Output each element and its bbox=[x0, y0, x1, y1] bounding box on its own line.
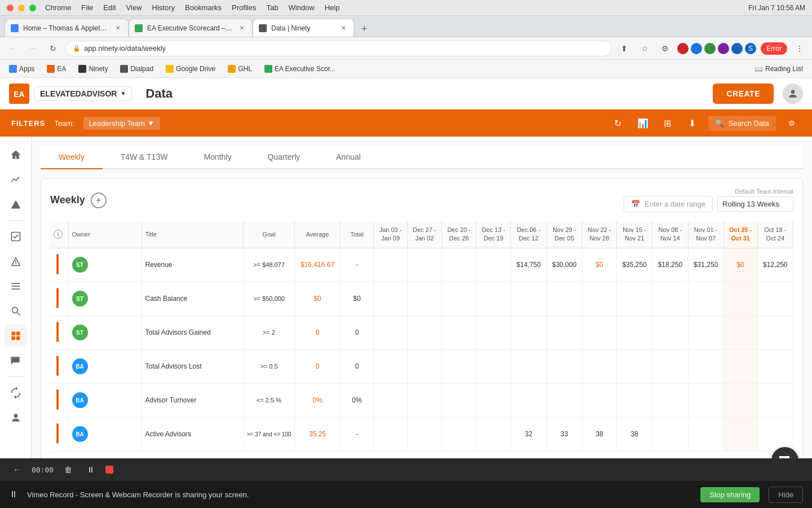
sidebar-item-issues[interactable] bbox=[5, 250, 27, 273]
nov01-cell-gained[interactable] bbox=[688, 316, 723, 349]
create-button[interactable]: CREATE bbox=[713, 84, 774, 104]
sidebar-item-todos[interactable] bbox=[5, 225, 27, 248]
tab-quarterly[interactable]: Quarterly bbox=[249, 146, 318, 169]
more-options-icon[interactable]: ⋮ bbox=[792, 41, 807, 56]
pause-button[interactable]: ⏸ bbox=[83, 462, 99, 478]
dec20-cell-revenue[interactable] bbox=[442, 248, 476, 282]
date-range-input[interactable]: 📅 Enter a date range bbox=[624, 196, 713, 212]
tab-t4w[interactable]: T4W & T13W bbox=[103, 146, 186, 169]
tab-annual[interactable]: Annual bbox=[318, 146, 379, 169]
nov01-cell-lost[interactable] bbox=[688, 349, 723, 383]
nov22-cell-lost[interactable] bbox=[582, 349, 616, 383]
dec20-cell-gained[interactable] bbox=[442, 316, 476, 349]
refresh-icon[interactable]: ↻ bbox=[609, 114, 627, 132]
dec13-cell-revenue[interactable] bbox=[476, 248, 511, 282]
oct18-cell-revenue[interactable]: $12,250 bbox=[757, 248, 793, 282]
jan03-cell-active[interactable] bbox=[374, 417, 407, 451]
oct25-cell-turnover[interactable] bbox=[723, 383, 757, 417]
share-icon[interactable]: ⬆ bbox=[616, 41, 632, 56]
nov15-cell-cash[interactable] bbox=[617, 282, 652, 316]
nov08-cell-active[interactable] bbox=[652, 417, 688, 451]
menu-profiles[interactable]: Profiles bbox=[232, 3, 256, 12]
search-data[interactable]: 🔍 Search Data bbox=[708, 116, 776, 131]
oct25-cell-lost[interactable] bbox=[723, 349, 757, 383]
oct25-cell-active[interactable] bbox=[723, 417, 757, 451]
oct18-cell-turnover[interactable] bbox=[757, 383, 793, 417]
title-cell-active[interactable]: Active Advisors bbox=[142, 417, 243, 451]
expand-button[interactable]: ← bbox=[9, 462, 25, 478]
dec06-cell-cash[interactable] bbox=[511, 282, 546, 316]
title-cell-revenue[interactable]: Revenue bbox=[142, 248, 243, 282]
dec06-cell-gained[interactable] bbox=[511, 316, 546, 349]
jan03-cell-revenue[interactable] bbox=[374, 248, 407, 282]
sidebar-item-person[interactable] bbox=[5, 406, 27, 429]
sidebar-item-chat[interactable] bbox=[5, 349, 27, 372]
nov29-cell-lost[interactable] bbox=[546, 349, 582, 383]
stop-recording-button[interactable] bbox=[105, 466, 113, 474]
nov01-cell-revenue[interactable]: $31,250 bbox=[688, 248, 723, 282]
title-cell-cash[interactable]: Cash Balance bbox=[142, 282, 243, 316]
nov29-cell-active[interactable]: 33 bbox=[546, 417, 582, 451]
sidebar-item-home[interactable] bbox=[5, 143, 27, 166]
ext-icon-5[interactable] bbox=[731, 43, 743, 54]
ext-icon-4[interactable] bbox=[718, 43, 729, 54]
bm-apps[interactable]: Apps bbox=[5, 64, 39, 74]
tab-monthly[interactable]: Monthly bbox=[186, 146, 249, 169]
org-selector[interactable]: ELEVATEDADVISOR ▼ bbox=[34, 86, 132, 101]
dec27-cell-active[interactable] bbox=[407, 417, 442, 451]
nov29-cell-turnover[interactable] bbox=[546, 383, 582, 417]
profile-button[interactable] bbox=[783, 84, 803, 104]
oct18-cell-active[interactable] bbox=[757, 417, 793, 451]
nov22-cell-turnover[interactable] bbox=[582, 383, 616, 417]
nov08-cell-revenue[interactable]: $18,250 bbox=[652, 248, 688, 282]
sidebar-item-refresh[interactable] bbox=[5, 382, 27, 404]
sidebar-item-data[interactable] bbox=[5, 325, 27, 347]
bm-dialpad[interactable]: Dialpad bbox=[116, 64, 158, 74]
settings-icon[interactable]: ⚙ bbox=[783, 114, 801, 132]
extensions-icon[interactable]: ⚙ bbox=[657, 41, 673, 56]
reload-button[interactable]: ↻ bbox=[45, 41, 61, 56]
close-button[interactable] bbox=[7, 5, 14, 11]
new-tab-button[interactable]: + bbox=[356, 21, 372, 37]
error-button[interactable]: Error bbox=[761, 42, 787, 55]
chart-icon[interactable]: 📊 bbox=[634, 114, 652, 132]
oct18-cell-gained[interactable] bbox=[757, 316, 793, 349]
nov01-cell-cash[interactable] bbox=[688, 282, 723, 316]
dec20-cell-lost[interactable] bbox=[442, 349, 476, 383]
dec13-cell-cash[interactable] bbox=[476, 282, 511, 316]
dec27-cell-lost[interactable] bbox=[407, 349, 442, 383]
jan03-cell-cash[interactable] bbox=[374, 282, 407, 316]
nov15-cell-active[interactable]: 38 bbox=[617, 417, 652, 451]
bookmark-icon[interactable]: ☆ bbox=[637, 41, 652, 56]
delete-recording-button[interactable]: 🗑 bbox=[60, 462, 76, 478]
bm-ninety[interactable]: Ninety bbox=[74, 64, 112, 74]
hide-button[interactable]: Hide bbox=[769, 487, 803, 503]
dec06-cell-turnover[interactable] bbox=[511, 383, 546, 417]
dec06-cell-lost[interactable] bbox=[511, 349, 546, 383]
nov22-cell-revenue[interactable]: $0 bbox=[582, 248, 616, 282]
bm-eascorecard[interactable]: EA Executive Scor... bbox=[260, 64, 340, 74]
dec27-cell-turnover[interactable] bbox=[407, 383, 442, 417]
oct25-cell-gained[interactable] bbox=[723, 316, 757, 349]
dec13-cell-lost[interactable] bbox=[476, 349, 511, 383]
nov29-cell-gained[interactable] bbox=[546, 316, 582, 349]
nov01-cell-turnover[interactable] bbox=[688, 383, 723, 417]
team-selector[interactable]: Leadership Team ▼ bbox=[83, 117, 160, 130]
forward-button[interactable]: → bbox=[25, 41, 41, 56]
info-icon[interactable]: i bbox=[54, 230, 63, 239]
reading-list-button[interactable]: 📖 Reading List bbox=[750, 64, 807, 74]
nov08-cell-turnover[interactable] bbox=[652, 383, 688, 417]
stop-sharing-button[interactable]: Stop sharing bbox=[700, 487, 760, 502]
dec27-cell-cash[interactable] bbox=[407, 282, 442, 316]
nov22-cell-cash[interactable] bbox=[582, 282, 616, 316]
bm-ghl[interactable]: GHL bbox=[223, 64, 257, 74]
jan03-cell-lost[interactable] bbox=[374, 349, 407, 383]
nov08-cell-lost[interactable] bbox=[652, 349, 688, 383]
dec27-cell-gained[interactable] bbox=[407, 316, 442, 349]
dec13-cell-turnover[interactable] bbox=[476, 383, 511, 417]
minimize-button[interactable] bbox=[18, 5, 25, 11]
menu-tab[interactable]: Tab bbox=[266, 3, 278, 12]
nov15-cell-lost[interactable] bbox=[617, 349, 652, 383]
jan03-cell-turnover[interactable] bbox=[374, 383, 407, 417]
tab-close-scorecard[interactable]: ✕ bbox=[237, 24, 246, 33]
